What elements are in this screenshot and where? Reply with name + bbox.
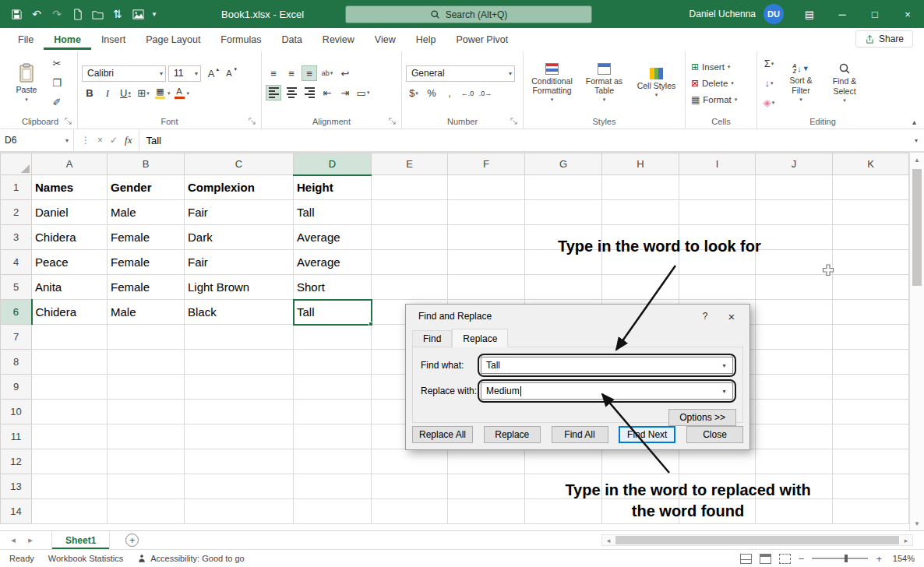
dialog-button-close[interactable]: Close xyxy=(686,426,743,443)
cell-D4[interactable]: Average xyxy=(294,250,372,275)
scroll-down-icon[interactable]: ▼ xyxy=(910,516,924,530)
underline-button[interactable]: U▾ xyxy=(118,86,133,101)
vertical-scrollbar[interactable]: ▲ ▼ xyxy=(909,153,924,530)
fill-button[interactable]: ↓▾ xyxy=(761,76,777,91)
cell-D10[interactable] xyxy=(294,400,372,424)
cell-C1[interactable]: Complexion xyxy=(185,175,294,200)
minimize-button[interactable]: ─ xyxy=(826,0,859,28)
zoom-out-button[interactable]: − xyxy=(799,553,805,565)
customize-qat-chevron-icon[interactable]: ▾ xyxy=(148,4,160,24)
cell-D13[interactable] xyxy=(294,474,372,499)
formula-input[interactable]: Tall xyxy=(139,129,908,151)
user-name[interactable]: Daniel Uchenna xyxy=(689,9,756,19)
new-sheet-button[interactable]: + xyxy=(125,534,139,547)
column-header-K[interactable]: K xyxy=(833,153,909,175)
ribbon-tab-formulas[interactable]: Formulas xyxy=(210,30,271,50)
cell-C6[interactable]: Black xyxy=(185,300,294,325)
cell-A11[interactable] xyxy=(32,424,108,449)
cell-B13[interactable] xyxy=(108,474,185,499)
cell-C14[interactable] xyxy=(185,499,294,524)
delete-cells-button[interactable]: ⊠Delete▾ xyxy=(689,77,753,90)
cell-A2[interactable]: Daniel xyxy=(32,200,108,225)
cell-A4[interactable]: Peace xyxy=(32,250,108,275)
merge-center-button[interactable]: ▭▾ xyxy=(355,85,371,100)
format-painter-button[interactable]: ✐ xyxy=(49,95,65,111)
clipboard-dialog-launcher[interactable] xyxy=(64,117,72,125)
cell-C5[interactable]: Light Brown xyxy=(185,275,294,300)
avatar[interactable]: DU xyxy=(764,4,784,24)
column-header-E[interactable]: E xyxy=(372,153,448,175)
column-header-I[interactable]: I xyxy=(679,153,756,175)
maximize-button[interactable]: □ xyxy=(859,0,891,28)
scroll-left-icon[interactable]: ◂ xyxy=(602,537,615,544)
increase-font-size-button[interactable]: A▴ xyxy=(203,65,219,81)
row-header-11[interactable]: 11 xyxy=(1,424,32,449)
find-select-button[interactable]: Find & Select ▾ xyxy=(825,60,864,106)
cell-C2[interactable]: Fair xyxy=(185,200,294,225)
zoom-in-button[interactable]: + xyxy=(876,553,882,565)
row-header-1[interactable]: 1 xyxy=(1,175,32,200)
column-header-G[interactable]: G xyxy=(525,153,602,175)
ribbon-tab-review[interactable]: Review xyxy=(312,30,365,50)
insert-cells-button[interactable]: ⊞Insert▾ xyxy=(689,61,753,73)
cell-B3[interactable]: Female xyxy=(108,225,185,250)
cell-J8[interactable] xyxy=(756,350,833,375)
number-format-select[interactable]: General▾ xyxy=(406,65,515,82)
cell-B2[interactable]: Male xyxy=(108,200,185,225)
cell-B5[interactable]: Female xyxy=(108,275,185,300)
ribbon-tab-data[interactable]: Data xyxy=(271,30,312,50)
autosum-button[interactable]: Σ▾ xyxy=(761,56,777,72)
percent-style-button[interactable]: % xyxy=(424,86,439,101)
cell-C8[interactable] xyxy=(185,350,294,375)
format-cells-button[interactable]: ▦Format▾ xyxy=(689,93,753,106)
conditional-formatting-button[interactable]: Conditional Formatting ▾ xyxy=(527,61,577,106)
enter-icon[interactable]: ✓ xyxy=(110,135,118,146)
new-file-button[interactable] xyxy=(67,4,87,24)
align-left-button[interactable] xyxy=(266,85,281,100)
ribbon-tab-insert[interactable]: Insert xyxy=(91,30,136,50)
cell-A14[interactable] xyxy=(32,499,108,524)
cell-I2[interactable] xyxy=(679,200,756,225)
orientation-button[interactable]: ab▾ xyxy=(319,65,335,81)
cell-K3[interactable] xyxy=(833,225,909,250)
cell-E3[interactable] xyxy=(372,225,448,250)
cell-D5[interactable]: Short xyxy=(294,275,372,300)
cell-A10[interactable] xyxy=(32,400,108,424)
sheet-tab-sheet1[interactable]: Sheet1 xyxy=(51,531,110,549)
fill-color-button[interactable]: ▦▾ xyxy=(153,86,171,101)
cell-D1[interactable]: Height xyxy=(294,175,372,200)
scroll-up-icon[interactable]: ▲ xyxy=(910,153,924,167)
save-button[interactable] xyxy=(6,4,26,24)
replace-with-input[interactable]: Medium ▾ xyxy=(481,382,733,400)
insert-function-icon[interactable]: fx xyxy=(125,134,132,146)
cell-A6[interactable]: Chidera xyxy=(32,300,108,325)
cell-B11[interactable] xyxy=(108,424,185,449)
cell-A3[interactable]: Chidera xyxy=(32,225,108,250)
row-header-10[interactable]: 10 xyxy=(1,400,32,424)
comma-style-button[interactable]: , xyxy=(442,86,457,101)
decrease-decimal-button[interactable]: .0→ xyxy=(478,86,493,101)
bold-button[interactable]: B xyxy=(82,86,97,101)
workbook-statistics-button[interactable]: Workbook Statistics xyxy=(48,554,123,563)
column-header-B[interactable]: B xyxy=(108,153,185,175)
row-header-4[interactable]: 4 xyxy=(1,250,32,275)
open-file-button[interactable] xyxy=(87,4,108,24)
sheet-nav-right-icon[interactable]: ▸ xyxy=(22,535,39,545)
font-dialog-launcher[interactable] xyxy=(248,117,256,125)
ribbon-tab-help[interactable]: Help xyxy=(406,30,446,50)
row-header-12[interactable]: 12 xyxy=(1,449,32,474)
horizontal-scrollbar[interactable]: ◂ ▸ xyxy=(601,534,913,546)
cell-K6[interactable] xyxy=(833,300,909,325)
share-button[interactable]: Share xyxy=(855,30,913,48)
select-all-corner[interactable] xyxy=(1,153,32,175)
page-layout-view-button[interactable] xyxy=(760,554,771,564)
dialog-button-replace[interactable]: Replace xyxy=(484,426,541,443)
row-header-3[interactable]: 3 xyxy=(1,225,32,250)
cell-K8[interactable] xyxy=(833,350,909,375)
name-box[interactable]: D6▾ xyxy=(0,129,74,151)
cell-F1[interactable] xyxy=(448,175,525,200)
row-header-9[interactable]: 9 xyxy=(1,375,32,400)
cell-H1[interactable] xyxy=(602,175,679,200)
cell-K9[interactable] xyxy=(833,375,909,400)
cell-C12[interactable] xyxy=(185,449,294,474)
